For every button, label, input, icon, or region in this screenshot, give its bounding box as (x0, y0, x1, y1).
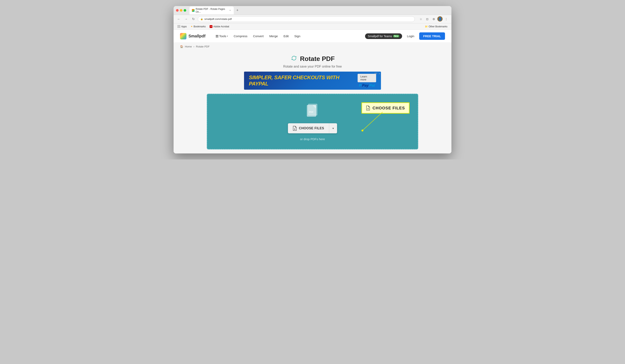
minimize-window-button[interactable] (180, 9, 183, 12)
tab-favicon (192, 9, 194, 12)
pdf-file-icon: PDF (306, 102, 319, 119)
annotation-file-icon (366, 105, 371, 111)
breadcrumb: 🏠 Home › Rotate PDF (174, 43, 451, 51)
logo-text: Smallpdf (188, 34, 205, 38)
bookmarks-item[interactable]: ★ Bookmarks (189, 25, 207, 28)
apps-label: Apps (181, 25, 187, 28)
tools-grid-icon (216, 35, 218, 37)
apps-bookmark[interactable]: Apps (176, 25, 188, 28)
page-title-section: Rotate PDF Rotate and save your PDF onli… (283, 55, 342, 68)
compress-label: Compress (234, 34, 247, 38)
breadcrumb-current: Rotate PDF (196, 45, 210, 48)
ad-banner: SIMPLER, SAFER CHECKOUTS WITH PAYPAL Lea… (244, 72, 381, 90)
annotation-overlay: CHOOSE FILES (361, 102, 409, 114)
logo-icon (180, 33, 187, 39)
choose-files-container: CHOOSE FILES ▾ (288, 123, 337, 133)
address-bar: ← → ↻ 🔒 smallpdf.com/rotate-pdf ☆ ⊡ ⚙ 👤 … (174, 15, 451, 23)
page-title-text: Rotate PDF (300, 55, 335, 62)
teams-button[interactable]: Smallpdf for Teams New (365, 33, 402, 39)
new-tab-button[interactable]: + (235, 8, 240, 13)
bookmarks-label: Bookmarks (193, 25, 206, 28)
edit-label: Edit (283, 34, 289, 38)
bookmarks-bar: Apps ★ Bookmarks A Adobe Acrobat 📁 Other… (174, 23, 451, 30)
menu-icon[interactable]: ⋮ (443, 16, 449, 22)
back-button[interactable]: ← (176, 16, 182, 22)
nav-sign[interactable]: Sign (292, 33, 303, 39)
url-text: smallpdf.com/rotate-pdf (204, 18, 232, 21)
refresh-button[interactable]: ↻ (190, 16, 196, 22)
nav-compress[interactable]: Compress (231, 33, 250, 39)
main-content: Rotate PDF Rotate and save your PDF onli… (174, 51, 451, 153)
tab-close-button[interactable]: × (229, 9, 231, 12)
toolbar-actions: ☆ ⊡ ⚙ 👤 ⋮ (418, 16, 449, 22)
svg-text:PDF: PDF (309, 111, 313, 113)
other-bookmarks[interactable]: 📁 Other Bookmarks (423, 25, 449, 28)
tools-label: Tools (219, 34, 226, 38)
choose-files-label: CHOOSE FILES (299, 126, 324, 130)
page-subtitle: Rotate and save your PDF online for free (283, 65, 342, 68)
teams-label: Smallpdf for Teams (368, 35, 392, 38)
paypal-logo: PPayPal (359, 84, 375, 88)
rotate-pdf-icon (290, 55, 298, 63)
merge-label: Merge (269, 34, 278, 38)
free-trial-button[interactable]: FREE TRIAL (419, 32, 445, 40)
nav-right: Smallpdf for Teams New Login FREE TRIAL (365, 32, 445, 40)
folder-icon: 📁 (425, 25, 428, 28)
tab-title: Rotate PDF - Rotate Pages On... (196, 8, 228, 13)
login-button[interactable]: Login (405, 33, 417, 39)
tab-area: Rotate PDF - Rotate Pages On... × + (189, 6, 449, 14)
convert-label: Convert (253, 34, 264, 38)
traffic-lights (176, 9, 186, 12)
upload-area[interactable]: PDF CHOOSE FILES (207, 94, 418, 149)
breadcrumb-separator: › (193, 45, 194, 48)
sign-label: Sign (294, 34, 300, 38)
url-bar[interactable]: 🔒 smallpdf.com/rotate-pdf (198, 16, 415, 22)
other-bookmarks-label: Other Bookmarks (429, 25, 447, 28)
learn-more-button[interactable]: Learn more (358, 74, 376, 82)
page-title: Rotate PDF (283, 55, 342, 63)
choose-files-dropdown[interactable]: ▾ (329, 123, 337, 133)
home-icon: 🏠 (180, 45, 183, 48)
active-tab[interactable]: Rotate PDF - Rotate Pages On... × (189, 6, 234, 14)
bookmark-star-icon: ★ (191, 25, 193, 28)
acrobat-label: Adobe Acrobat (213, 25, 229, 28)
nav-convert[interactable]: Convert (251, 33, 266, 39)
svg-line-7 (362, 112, 383, 131)
apps-grid-icon (178, 25, 180, 28)
annotation-box: CHOOSE FILES (361, 102, 409, 114)
logo[interactable]: Smallpdf (180, 33, 205, 39)
nav-menu: Tools ▾ Compress Convert Merge Edit Sign (214, 33, 303, 39)
ad-close-button[interactable]: × (379, 72, 380, 75)
lock-icon: 🔒 (200, 18, 203, 20)
tools-chevron-icon: ▾ (227, 35, 228, 37)
acrobat-icon: A (210, 25, 213, 28)
ad-text: SIMPLER, SAFER CHECKOUTS WITH PAYPAL (249, 74, 358, 87)
breadcrumb-home[interactable]: Home (185, 45, 192, 48)
site-nav: Smallpdf Tools ▾ Compress Convert (174, 30, 451, 43)
bookmark-star-icon[interactable]: ☆ (418, 16, 424, 22)
ad-label: Ad (375, 72, 377, 75)
maximize-window-button[interactable] (184, 9, 186, 12)
new-badge: New (393, 35, 399, 37)
acrobat-bookmark[interactable]: A Adobe Acrobat (208, 25, 231, 28)
page-content: Smallpdf Tools ▾ Compress Convert (174, 30, 451, 153)
extensions-icon[interactable]: ⊡ (424, 16, 430, 22)
nav-tools[interactable]: Tools ▾ (214, 33, 230, 39)
drop-text: or drop PDFs here (300, 137, 325, 141)
title-bar: Rotate PDF - Rotate Pages On... × + (174, 6, 451, 15)
nav-merge[interactable]: Merge (267, 33, 280, 39)
close-window-button[interactable] (176, 9, 179, 12)
settings-icon[interactable]: ⚙ (431, 16, 437, 22)
annotation-text: CHOOSE FILES (373, 106, 405, 111)
profile-avatar[interactable]: 👤 (437, 16, 442, 22)
svg-point-8 (361, 130, 363, 132)
dropdown-chevron-icon: ▾ (332, 127, 334, 130)
ad-right: Learn more PPayPal (358, 74, 376, 88)
choose-files-button[interactable]: CHOOSE FILES (288, 123, 329, 133)
nav-edit[interactable]: Edit (281, 33, 291, 39)
forward-button[interactable]: → (183, 16, 189, 22)
file-plus-icon (293, 126, 297, 131)
